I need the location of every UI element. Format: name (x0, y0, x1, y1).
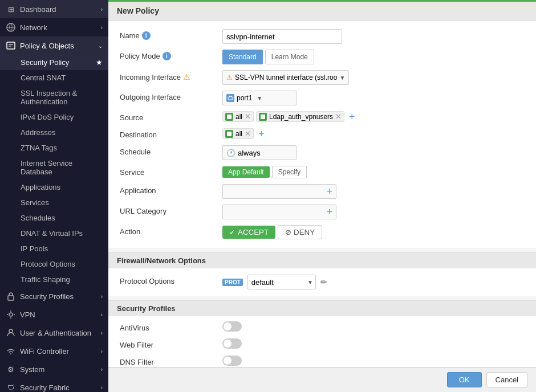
sidebar-item-schedules[interactable]: Schedules (0, 210, 108, 226)
sidebar-item-traffic-shaping[interactable]: Traffic Shaping (0, 272, 108, 287)
application-row: Application + (120, 181, 525, 202)
svg-rect-13 (261, 115, 265, 119)
ban-icon: ⊘ (285, 228, 291, 236)
dns-filter-toggle[interactable] (222, 356, 242, 366)
standard-button[interactable]: Standard (222, 50, 263, 64)
sidebar-item-wifi[interactable]: WiFi Controller › (0, 342, 108, 360)
sidebar-item-ipv4-dos[interactable]: IPv4 DoS Policy (0, 109, 108, 125)
sidebar-item-label: Services (21, 198, 49, 207)
dns-filter-control (222, 356, 525, 366)
sidebar-item-central-snat[interactable]: Central SNAT (0, 70, 108, 85)
app-default-button[interactable]: App Default (222, 166, 270, 178)
deny-button[interactable]: ⊘ DENY (278, 225, 322, 239)
cancel-button[interactable]: Cancel (486, 372, 527, 387)
sidebar-item-network[interactable]: Network › (0, 18, 108, 36)
sidebar-item-vpn[interactable]: VPN › (0, 305, 108, 324)
edit-protocol-icon[interactable]: ✏ (320, 277, 327, 287)
protocol-options-label: Protocol Options (120, 275, 222, 285)
name-info-icon[interactable]: i (142, 31, 151, 40)
learn-mode-button[interactable]: Learn Mode (265, 50, 314, 64)
main-content: New Policy Name i Policy Mode i (108, 0, 536, 392)
sidebar-item-security-profiles[interactable]: Security Profiles › (0, 287, 108, 305)
sidebar-item-security-policy[interactable]: Security Policy ★ (0, 55, 108, 70)
add-source-button[interactable]: + (349, 112, 355, 122)
policy-mode-info-icon[interactable]: i (163, 52, 171, 60)
sidebar-item-user-auth[interactable]: User & Authentication › (0, 324, 108, 342)
add-application-button[interactable]: + (326, 186, 332, 197)
name-control (222, 29, 525, 44)
web-filter-control (222, 338, 525, 349)
sidebar-item-system[interactable]: ⚙ System › (0, 360, 108, 378)
schedule-control: 🕐 always (222, 145, 525, 160)
chevron-icon: › (101, 24, 103, 31)
sidebar-item-label: Traffic Shaping (21, 275, 70, 284)
remove-source-all[interactable]: ✕ (245, 112, 251, 121)
specify-button[interactable]: Specify (272, 166, 307, 178)
toggle-slider (222, 356, 242, 366)
svg-rect-10 (229, 96, 230, 97)
destination-tag-all: all ✕ (222, 128, 254, 139)
schedule-select[interactable]: always (238, 149, 283, 157)
chevron-icon: › (101, 348, 103, 354)
bottom-bar: OK Cancel (108, 367, 536, 392)
protocol-options-select[interactable]: default (247, 275, 316, 289)
firewall-form-body: Protocol Options PROT default ▼ ✏ (108, 268, 536, 296)
destination-label: Destination (120, 128, 222, 139)
sidebar-item-ztna-tags[interactable]: ZTNA Tags (0, 140, 108, 156)
sidebar-item-applications[interactable]: Applications (0, 179, 108, 195)
sidebar-item-addresses[interactable]: Addresses (0, 125, 108, 140)
dropdown-arrow-icon: ▼ (257, 95, 262, 101)
svg-rect-2 (7, 42, 15, 49)
remove-source-ldap[interactable]: ✕ (335, 112, 342, 121)
sidebar: ⊞ Dashboard › Network › Policy & Objects… (0, 0, 108, 392)
chevron-icon: › (101, 330, 103, 336)
web-filter-toggle[interactable] (222, 338, 242, 349)
remove-destination-all[interactable]: ✕ (245, 129, 251, 138)
sidebar-item-dnat-virtual-ips[interactable]: DNAT & Virtual IPs (0, 226, 108, 241)
sidebar-item-policy-objects[interactable]: Policy & Objects ⌄ (0, 36, 108, 55)
sidebar-item-ssl-inspection[interactable]: SSL Inspection & Authentication (0, 85, 108, 109)
sidebar-item-label: VPN (20, 311, 35, 319)
incoming-interface-select-wrap: ⚠ SSL-VPN tunnel interface (ssl.roo ▼ (222, 70, 349, 85)
sidebar-item-label: Central SNAT (21, 74, 66, 82)
source-control: all ✕ Ldap_auth_vpnusers ✕ + (222, 111, 525, 122)
form-body: Name i Policy Mode i Standard Learn Mode (108, 21, 536, 248)
action-label: Action (120, 225, 222, 236)
page-title: New Policy (108, 2, 536, 21)
sidebar-item-internet-service-db[interactable]: Internet Service Database (0, 156, 108, 179)
antivirus-control (222, 321, 525, 332)
sidebar-item-services[interactable]: Services (0, 195, 108, 210)
source-label: Source (120, 111, 222, 122)
ok-button[interactable]: OK (447, 372, 482, 387)
antivirus-toggle[interactable] (222, 321, 242, 332)
sidebar-item-label: Schedules (21, 214, 55, 222)
service-row: Service App Default Specify (120, 163, 525, 181)
sidebar-item-protocol-options[interactable]: Protocol Options (0, 256, 108, 272)
dashboard-icon: ⊞ (6, 4, 16, 14)
shield-icon: 🛡 (6, 382, 16, 392)
add-url-category-button[interactable]: + (326, 207, 332, 217)
warning-icon: ⚠ (183, 72, 190, 81)
tag-icon (225, 113, 233, 121)
security-profiles-form-body: AntiVirus Web Filter (108, 316, 536, 367)
svg-rect-9 (228, 97, 233, 100)
add-destination-button[interactable]: + (258, 129, 265, 139)
incoming-interface-row: Incoming Interface ⚠ ⚠ SSL-VPN tunnel in… (120, 67, 525, 88)
svg-point-8 (10, 353, 11, 354)
accept-button[interactable]: ✓ ACCEPT (222, 226, 275, 239)
chevron-icon: › (101, 385, 103, 391)
schedule-row: Schedule 🕐 always (120, 142, 525, 163)
policy-icon (6, 40, 16, 51)
content-area: New Policy Name i Policy Mode i (108, 2, 536, 367)
name-input[interactable] (222, 29, 342, 44)
antivirus-row: AntiVirus (120, 320, 525, 337)
sidebar-item-dashboard[interactable]: ⊞ Dashboard › (0, 0, 108, 18)
application-control: + (222, 184, 525, 199)
outgoing-interface-select-wrap: port1 ▼ (222, 91, 297, 105)
schedule-select-wrap: 🕐 always (222, 145, 297, 160)
firewall-section-header: Firewall/Network Options (108, 252, 536, 268)
sidebar-item-security-fabric[interactable]: 🛡 Security Fabric › (0, 378, 108, 392)
svg-point-7 (9, 329, 13, 333)
policy-mode-control: Standard Learn Mode (222, 50, 525, 64)
sidebar-item-ip-pools[interactable]: IP Pools (0, 241, 108, 256)
